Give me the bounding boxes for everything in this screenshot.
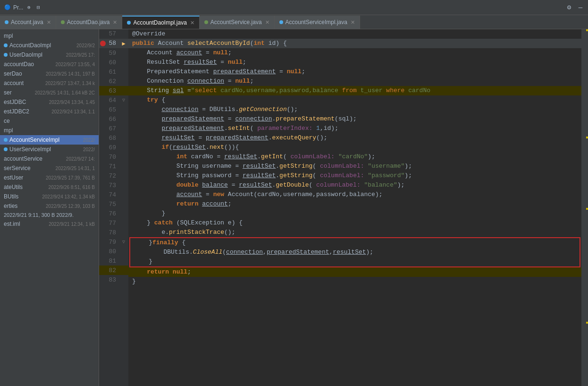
line-72-num-row: 72 xyxy=(99,171,128,180)
line-71-num-row: 71 xyxy=(99,162,128,171)
line-69-num-row: 69 xyxy=(99,143,128,152)
sidebar: mpl AccountDaoImpl 2022/9/2 UserDaoImpl … xyxy=(0,29,99,386)
sidebar-item-account-service-impl[interactable]: AccountServiceImpl 2022/ xyxy=(0,135,99,145)
tab-close-account-dao-impl-java[interactable]: ✕ xyxy=(190,20,194,26)
sidebar-item-account-service[interactable]: accountService 2022/9/27 14: xyxy=(0,154,99,163)
line-57-num-row: 57 xyxy=(99,29,128,39)
code-line-60: ResultSet resultSet = null; xyxy=(128,58,581,67)
sidebar-item-mpl[interactable]: mpl xyxy=(0,31,99,41)
sidebar-item-ser[interactable]: ser 2022/9/25 14:31, 1.64 kB 2C xyxy=(0,88,99,97)
sidebar-item-ce[interactable]: ce xyxy=(0,116,99,126)
code-line-59: Account account = null; xyxy=(128,48,581,58)
code-line-62: Connection connection = null; xyxy=(128,77,581,86)
line-78-num-row: 78 xyxy=(99,228,128,237)
finally-block: }finally { DBUtils.CloseAll(connection,p… xyxy=(129,237,580,267)
line-82-num-row: 82 xyxy=(99,266,128,275)
tab-bar: Account.java ✕ AccountDao.java ✕ Account… xyxy=(0,15,588,29)
code-line-68: resultSet = preparedStatement.executeQue… xyxy=(128,133,581,143)
sidebar-item-b-utils[interactable]: BUtils 2022/9/24 13:42, 1.34 kB xyxy=(0,192,99,201)
tab-label-account-service-impl-java: AccountServiceImpl.java xyxy=(286,19,347,26)
code-line-64: try { xyxy=(128,95,581,105)
line-number-gutter: 57 58 ▶ 59 60 61 xyxy=(99,29,128,386)
scroll-marker-top-yellow xyxy=(586,29,588,31)
tab-label-account-service-java: AccountService.java xyxy=(210,19,262,26)
code-line-73: double balance = resultSet.getDouble( co… xyxy=(128,180,581,190)
app-icon: 🔵 xyxy=(4,4,11,11)
line-79-gutter: ▽ xyxy=(119,239,128,245)
line-57-num: 57 xyxy=(99,29,119,39)
line-64-num-row: 64 ▽ xyxy=(99,95,128,105)
code-line-77: } catch (SQLException e) { xyxy=(128,218,581,228)
sidebar-item-user-service-impl[interactable]: UserServiceImpl 2022/ xyxy=(0,145,99,154)
line-58-num-row: 58 ▶ xyxy=(99,39,128,48)
line-68-num-row: 68 xyxy=(99,133,128,143)
sidebar-item-ser-dao[interactable]: serDao 2022/9/25 14:31, 197 B xyxy=(0,69,99,78)
tab-dot-account-dao-java xyxy=(61,20,65,24)
tab-account-service-impl-java[interactable]: AccountServiceImpl.java ✕ xyxy=(275,16,360,29)
sidebar-item-account-dao-impl[interactable]: AccountDaoImpl 2022/9/2 xyxy=(0,41,99,50)
sidebar-item-est-iml[interactable]: est.iml 2022/9/21 12:34, 1 kB xyxy=(0,219,99,229)
tab-account-service-java[interactable]: AccountService.java ✕ xyxy=(200,16,275,29)
sidebar-item-account[interactable]: account 2022/9/27 13:47, 1.34 k xyxy=(0,78,99,88)
code-editor: 57 58 ▶ 59 60 61 xyxy=(99,29,588,386)
tab-close-account-dao-java[interactable]: ✕ xyxy=(113,19,117,26)
tab-account-dao-impl-java[interactable]: AccountDaoImpl.java ✕ xyxy=(122,16,199,29)
sidebar-item-est-jdbc2[interactable]: estJDBC2 2022/9/24 13:34, 1.1 xyxy=(0,107,99,116)
sidebar-item-account-dao[interactable]: accountDao 2022/9/27 13:55, 4 xyxy=(0,60,99,69)
tab-close-account-service-impl-java[interactable]: ✕ xyxy=(351,19,355,26)
code-line-71: String username = resultSet.getString( c… xyxy=(128,162,581,171)
line-62-num-row: 62 xyxy=(99,77,128,86)
line-59-num: 59 xyxy=(99,50,119,57)
tab-label-account-dao-java: AccountDao.java xyxy=(67,19,110,26)
tab-account-java[interactable]: Account.java ✕ xyxy=(0,16,56,29)
window-controls: ⚙ — xyxy=(565,4,584,11)
main-content: mpl AccountDaoImpl 2022/9/2 UserDaoImpl … xyxy=(0,29,588,386)
line-61-num-row: 61 xyxy=(99,67,128,77)
code-line-79: }finally { xyxy=(130,238,580,248)
code-line-83: } xyxy=(128,277,581,286)
minimize-button[interactable]: — xyxy=(577,4,584,11)
line-65-num-row: 65 xyxy=(99,105,128,114)
code-line-74: account = new Account(cardNo,username,pa… xyxy=(128,190,581,199)
scroll-marker-mid-yellow xyxy=(586,137,588,138)
title-bar-left: 🔵 Pr... ⊕ ⊟ xyxy=(4,4,42,11)
sidebar-item-est-user[interactable]: estUser 2022/9/25 17:39, 761 B xyxy=(0,173,99,182)
app-title: Pr... xyxy=(13,4,23,11)
scroll-marker-mid2-yellow xyxy=(586,208,588,210)
globe-icon[interactable]: ⊕ xyxy=(25,4,33,11)
line-75-num-row: 75 xyxy=(99,199,128,209)
code-line-81: } xyxy=(130,257,580,266)
line-58-arrow: ▶ xyxy=(119,40,128,47)
tab-dot-account-service-impl-java xyxy=(279,20,283,24)
tab-account-dao-java[interactable]: AccountDao.java ✕ xyxy=(56,16,123,29)
line-77-num-row: 77 xyxy=(99,218,128,228)
sidebar-item-est-jdbc[interactable]: estJDBC 2022/9/24 13:34, 1.45 xyxy=(0,97,99,107)
line-70-num-row: 70 xyxy=(99,152,128,162)
sidebar-item-ser-service[interactable]: serService 2022/9/25 14:31, 1 xyxy=(0,163,99,173)
code-content[interactable]: @Override public Account selectAccountBy… xyxy=(128,29,581,386)
code-line-75: return account; xyxy=(128,199,581,209)
code-line-58: public Account selectAccountById(int id)… xyxy=(128,39,581,48)
code-line-67: preparedStatement.setInt( parameterIndex… xyxy=(128,124,581,133)
line-67-num-row: 67 xyxy=(99,124,128,133)
sidebar-dot-account-service-impl xyxy=(4,138,8,142)
settings-button[interactable]: ⚙ xyxy=(565,4,573,11)
line-83-num-row: 83 xyxy=(99,275,128,284)
sidebar-item-mpl2[interactable]: mpl xyxy=(0,126,99,135)
tab-close-account-service-java[interactable]: ✕ xyxy=(265,19,269,26)
sidebar-dot-user-dao-impl xyxy=(4,53,8,57)
line-80-num-row: 80 xyxy=(99,247,128,256)
sidebar-item-date1[interactable]: 2022/9/21 9:11, 300 B 2022/9. xyxy=(0,211,99,219)
code-line-69: if(resultSet.next()){ xyxy=(128,143,581,152)
line-74-num-row: 74 xyxy=(99,190,128,199)
code-line-65: connection = DBUtils.getConnection(); xyxy=(128,105,581,114)
split-icon[interactable]: ⊟ xyxy=(34,4,42,11)
code-line-72: String password = resultSet.getString( c… xyxy=(128,171,581,180)
sidebar-item-erties[interactable]: erties 2022/9/25 12:39, 103 B xyxy=(0,201,99,211)
line-73-num-row: 73 xyxy=(99,180,128,190)
line-59-num-row: 59 xyxy=(99,48,128,58)
line-76-num-row: 76 xyxy=(99,209,128,218)
sidebar-item-user-dao-impl[interactable]: UserDaoImpl 2022/9/25 17: xyxy=(0,50,99,60)
tab-close-account-java[interactable]: ✕ xyxy=(47,19,51,26)
sidebar-item-ate-utils[interactable]: ateUtils 2022/9/26 8:51, 616 B xyxy=(0,182,99,192)
